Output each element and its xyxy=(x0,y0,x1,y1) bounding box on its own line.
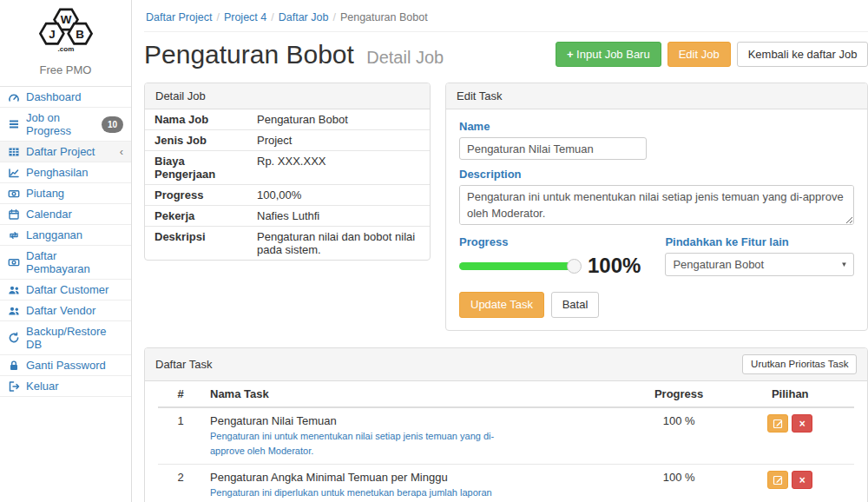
chevron-left-icon: ‹ xyxy=(120,148,123,156)
progress-slider-fill xyxy=(459,262,575,270)
money-icon xyxy=(8,256,20,268)
breadcrumb-link-daftar-project[interactable]: Daftar Project xyxy=(146,11,212,23)
detail-row: DeskripsiPengaturan nilai dan bobot nila… xyxy=(145,227,430,261)
task-description: Pengaturan ini diperlukan untuk menetuka… xyxy=(210,485,625,502)
close-icon: × xyxy=(799,474,806,486)
breadcrumb-current: Pengaturan Bobot xyxy=(340,11,428,23)
sidebar-item-penghasilan[interactable]: Penghasilan xyxy=(0,162,131,183)
input-job-baru-button[interactable]: + Input Job Baru xyxy=(556,42,661,68)
edit-task-form: Name Description Pengaturan ini untuk me… xyxy=(446,109,867,330)
edit-task-button[interactable] xyxy=(767,414,788,433)
breadcrumb-separator: / xyxy=(266,11,278,23)
task-number: 1 xyxy=(158,407,203,465)
lock-icon xyxy=(8,360,20,372)
app-window: W J B .com Free PMO Dashboard Job on Pro… xyxy=(0,0,868,502)
sidebar-item-label: Daftar Vendor xyxy=(26,304,95,317)
task-progress: 100 % xyxy=(632,465,726,502)
plus-icon: + xyxy=(567,48,574,61)
update-task-button[interactable]: Update Task xyxy=(459,292,544,318)
money-icon xyxy=(8,188,20,200)
page-header: Pengaturan Bobot Detail Job + Input Job … xyxy=(144,40,868,69)
sidebar-item-keluar[interactable]: Keluar xyxy=(0,376,131,397)
sidebar-item-daftar-pembayaran[interactable]: Daftar Pembayaran xyxy=(0,246,131,280)
progress-slider[interactable] xyxy=(459,262,575,270)
sidebar-item-backup-restore[interactable]: Backup/Restore DB xyxy=(0,321,131,355)
sidebar-nav: Dashboard Job on Progress 10 Daftar Proj… xyxy=(0,87,131,397)
pencil-square-icon xyxy=(773,418,784,429)
sidebar-item-label: Keluar xyxy=(26,380,59,393)
daftar-task-title: Daftar Task xyxy=(155,358,213,371)
sidebar-item-langganan[interactable]: Langganan xyxy=(0,225,131,246)
sidebar-item-label: Daftar Pembayaran xyxy=(26,249,123,275)
line-chart-icon xyxy=(8,167,20,179)
sidebar-item-daftar-project[interactable]: Daftar Project ‹ xyxy=(0,142,131,162)
sidebar-item-daftar-vendor[interactable]: Daftar Vendor xyxy=(0,301,131,321)
edit-task-button[interactable] xyxy=(767,471,788,489)
task-name-input[interactable] xyxy=(459,137,647,160)
detail-row: Nama JobPengaturan Bobot xyxy=(145,109,430,130)
pindahkan-label: Pindahkan ke Fitur lain xyxy=(665,235,854,248)
sidebar-item-job-on-progress[interactable]: Job on Progress 10 xyxy=(0,108,131,142)
sidebar-item-label: Ganti Password xyxy=(26,359,106,372)
task-description-textarea[interactable]: Pengaturan ini untuk menentukan nilai se… xyxy=(459,185,854,225)
sign-out-icon xyxy=(8,380,20,393)
brand-name: Free PMO xyxy=(0,61,131,87)
task-description: Pengaturan ini untuk menentukan nilai se… xyxy=(210,429,625,458)
column-header-progress: Progress xyxy=(632,381,726,407)
close-icon: × xyxy=(799,418,806,430)
sidebar-item-piutang[interactable]: Piutang xyxy=(0,183,131,204)
task-row: 2 Pengaturan Angka Minimal Temuan per Mi… xyxy=(158,465,854,502)
panels-row: Detail Job Nama JobPengaturan Bobot Jeni… xyxy=(144,83,868,331)
detail-row: PekerjaNafies Luthfi xyxy=(145,206,430,227)
progress-slider-handle[interactable] xyxy=(567,259,582,274)
sidebar-item-label: Piutang xyxy=(26,187,64,200)
task-number: 2 xyxy=(158,465,203,502)
sidebar-item-daftar-customer[interactable]: Daftar Customer xyxy=(0,280,131,301)
edit-task-title: Edit Task xyxy=(457,89,503,102)
kembali-button[interactable]: Kembali ke daftar Job xyxy=(737,42,868,68)
daftar-task-panel: Daftar Task Urutkan Prioritas Task # Nam… xyxy=(144,347,868,502)
delete-task-button[interactable]: × xyxy=(792,471,812,489)
sidebar-item-label: Penghasilan xyxy=(26,166,89,179)
jwb-logo: W J B .com xyxy=(0,0,131,61)
task-name: Pengaturan Nilai Temuan xyxy=(210,414,625,427)
sidebar-item-label: Calendar xyxy=(26,208,72,221)
sidebar-item-calendar[interactable]: Calendar xyxy=(0,204,131,225)
edit-job-button[interactable]: Edit Job xyxy=(667,42,731,68)
retweet-icon xyxy=(8,229,20,241)
sidebar-item-dashboard[interactable]: Dashboard xyxy=(0,87,131,108)
column-header-pilihan: Pilihan xyxy=(726,381,854,407)
svg-text:.com: .com xyxy=(57,45,74,53)
sidebar-item-ganti-password[interactable]: Ganti Password xyxy=(0,355,131,376)
detail-row: Progress100,00% xyxy=(145,185,430,206)
job-count-badge: 10 xyxy=(102,116,123,133)
breadcrumb-separator: / xyxy=(328,11,339,23)
breadcrumb-link-daftar-job[interactable]: Daftar Job xyxy=(279,11,329,23)
detail-job-panel: Detail Job Nama JobPengaturan Bobot Jeni… xyxy=(144,83,431,261)
batal-button[interactable]: Batal xyxy=(551,292,600,318)
pindahkan-select[interactable]: Pengaturan Bobot xyxy=(665,253,854,276)
users-icon xyxy=(8,284,20,296)
sidebar-item-label: Daftar Customer xyxy=(26,283,108,296)
dashboard-icon xyxy=(8,91,20,103)
column-header-nama-task: Nama Task xyxy=(203,381,632,407)
sidebar: W J B .com Free PMO Dashboard Job on Pro… xyxy=(0,0,132,502)
task-table: # Nama Task Progress Pilihan 1 Pengatura… xyxy=(158,381,854,502)
refresh-icon xyxy=(8,332,20,344)
detail-row: Biaya PengerjaanRp. XXX.XXX xyxy=(145,151,430,185)
table-icon xyxy=(8,146,20,158)
users-icon xyxy=(8,305,20,317)
calendar-icon xyxy=(8,208,20,221)
breadcrumb-link-project-4[interactable]: Project 4 xyxy=(224,11,266,23)
delete-task-button[interactable]: × xyxy=(792,414,812,433)
main-content: Daftar Project/Project 4/Daftar Job/Peng… xyxy=(132,0,868,502)
svg-text:J: J xyxy=(49,28,55,41)
header-actions: + Input Job Baru Edit Job Kembali ke daf… xyxy=(556,42,868,68)
progress-percent-value: 100% xyxy=(588,254,641,278)
sidebar-item-label: Daftar Project xyxy=(26,145,95,158)
breadcrumb: Daftar Project/Project 4/Daftar Job/Peng… xyxy=(144,0,868,32)
edit-task-panel: Edit Task Name Description Pengaturan in… xyxy=(445,83,868,331)
breadcrumb-separator: / xyxy=(212,11,223,23)
urutkan-prioritas-button[interactable]: Urutkan Prioritas Task xyxy=(742,354,857,375)
task-row: 1 Pengaturan Nilai Temuan Pengaturan ini… xyxy=(158,407,854,465)
